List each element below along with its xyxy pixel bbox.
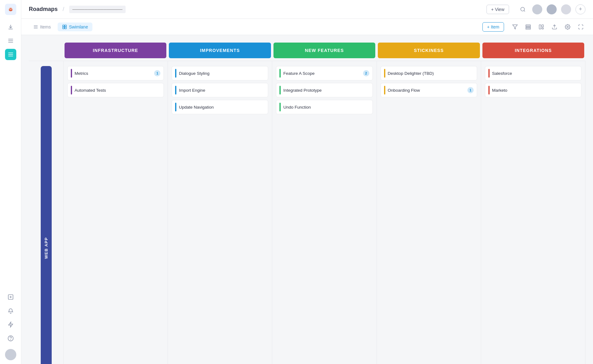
card-label: Undo Function — [283, 105, 369, 110]
card-item[interactable]: Import Engine — [172, 83, 268, 97]
card-bar — [384, 86, 385, 95]
card-bar — [488, 69, 490, 78]
card-item[interactable]: Onboarding Flow1 — [381, 83, 477, 97]
sidebar-user-avatar[interactable] — [5, 349, 16, 360]
svg-rect-16 — [63, 25, 64, 27]
settings-icon[interactable] — [563, 22, 572, 32]
card-bar — [279, 103, 281, 111]
breadcrumb-separator: / — [63, 6, 64, 13]
card-label: Dialogue Styling — [179, 71, 265, 76]
page-title: Roadmaps — [29, 6, 58, 13]
card-item[interactable]: Dialogue Styling — [172, 66, 268, 80]
user-avatar-2[interactable] — [547, 4, 557, 14]
card-item[interactable]: Integrated Prototype — [276, 83, 372, 97]
column-header-new-features: NEW FEATURES — [273, 43, 375, 58]
add-user-button[interactable]: + — [575, 4, 585, 14]
card-label: Metrics — [75, 71, 152, 76]
cell-web-app-new-features: Feature A Scope2Integrated PrototypeUndo… — [272, 61, 376, 364]
fullscreen-icon[interactable] — [576, 22, 585, 32]
card-bar — [71, 69, 72, 78]
search-icon[interactable] — [518, 4, 528, 14]
sidebar-item-bolt[interactable] — [5, 319, 16, 330]
toolbar: Items Swimlane + Item — [21, 19, 593, 35]
card-label: Import Engine — [179, 88, 265, 93]
tab-swimlane[interactable]: Swimlane — [58, 23, 92, 31]
export-icon[interactable] — [550, 22, 559, 32]
card-item[interactable]: Update Navigation — [172, 100, 268, 114]
board: INFRASTRUCTURE IMPROVEMENTS NEW FEATURES… — [21, 35, 593, 364]
main-content: Roadmaps / + View + Items — [21, 0, 593, 364]
column-header-improvements: IMPROVEMENTS — [169, 43, 271, 58]
card-badge: 1 — [467, 87, 474, 93]
svg-point-28 — [567, 26, 569, 28]
card-label: Integrated Prototype — [283, 88, 369, 93]
sidebar-item-list[interactable] — [5, 35, 16, 46]
sidebar-item-bell[interactable] — [5, 305, 16, 316]
add-view-button[interactable]: + View — [486, 5, 509, 14]
card-bar — [71, 86, 72, 95]
card-label: Feature A Scope — [283, 71, 360, 76]
svg-rect-22 — [526, 26, 531, 28]
card-item[interactable]: Metrics1 — [67, 66, 164, 80]
card-bar — [175, 103, 176, 111]
card-bar — [175, 69, 176, 78]
svg-rect-26 — [542, 28, 544, 29]
sidebar-item-add-user[interactable] — [5, 291, 16, 303]
tab-items[interactable]: Items — [29, 23, 55, 31]
card-label: Salesforce — [492, 71, 578, 76]
row-cells-web-app: Metrics1Automated TestsDialogue StylingI… — [63, 61, 585, 364]
sidebar-item-download[interactable] — [5, 21, 16, 33]
cell-web-app-infrastructure: Metrics1Automated Tests — [63, 61, 168, 364]
swimlane-rows: WEB APPMetrics1Automated TestsDialogue S… — [29, 61, 585, 364]
svg-point-12 — [521, 7, 524, 11]
group-icon[interactable] — [523, 22, 533, 32]
row-label-web-app: WEB APP — [29, 61, 63, 364]
row-label-text-web-app: WEB APP — [41, 66, 52, 364]
column-header-integrations: INTEGRATIONS — [482, 43, 584, 58]
card-item[interactable]: Salesforce — [485, 66, 581, 80]
card-label: Update Navigation — [179, 105, 265, 110]
card-label: Desktop Delighter (TBD) — [388, 71, 474, 76]
card-label: Onboarding Flow — [388, 88, 465, 93]
svg-point-11 — [10, 340, 11, 340]
svg-marker-20 — [513, 25, 518, 29]
svg-rect-24 — [539, 25, 541, 29]
card-label: Automated Tests — [75, 88, 160, 93]
card-item[interactable]: Automated Tests — [67, 83, 164, 97]
header: Roadmaps / + View + — [21, 0, 593, 19]
card-bar — [384, 69, 385, 78]
cell-web-app-integrations: SalesforceMarketo — [481, 61, 585, 364]
breadcrumb-input[interactable] — [69, 6, 126, 13]
svg-rect-18 — [63, 27, 64, 28]
column-header-stickiness: STICKINESS — [378, 43, 480, 58]
sidebar-item-help[interactable] — [5, 333, 16, 344]
add-item-button[interactable]: + Item — [482, 22, 504, 32]
app-logo[interactable] — [5, 4, 16, 15]
cell-web-app-improvements: Dialogue StylingImport EngineUpdate Navi… — [168, 61, 272, 364]
card-item[interactable]: Marketo — [485, 83, 581, 97]
svg-rect-17 — [65, 25, 66, 27]
header-icons: + — [518, 4, 585, 14]
card-badge: 2 — [363, 70, 369, 76]
svg-rect-19 — [65, 27, 66, 28]
card-badge: 1 — [154, 70, 160, 76]
svg-rect-25 — [542, 25, 544, 27]
svg-rect-21 — [526, 25, 531, 26]
card-bar — [175, 86, 176, 95]
card-item[interactable]: Feature A Scope2 — [276, 66, 372, 80]
column-headers: INFRASTRUCTURE IMPROVEMENTS NEW FEATURES… — [63, 43, 585, 58]
user-avatar-3[interactable] — [561, 4, 571, 14]
card-label: Marketo — [492, 88, 578, 93]
card-item[interactable]: Undo Function — [276, 100, 372, 114]
card-bar — [279, 86, 281, 95]
sidebar-item-roadmap[interactable] — [5, 49, 16, 60]
filter-icon[interactable] — [510, 22, 520, 32]
user-avatar-1[interactable] — [532, 4, 542, 14]
cell-web-app-stickiness: Desktop Delighter (TBD)Onboarding Flow1 — [377, 61, 481, 364]
card-bar — [279, 69, 281, 78]
layout-icon[interactable] — [537, 22, 546, 32]
card-item[interactable]: Desktop Delighter (TBD) — [381, 66, 477, 80]
card-bar — [488, 86, 490, 95]
sidebar — [0, 0, 21, 364]
swimlane-row-web-app: WEB APPMetrics1Automated TestsDialogue S… — [29, 61, 585, 364]
